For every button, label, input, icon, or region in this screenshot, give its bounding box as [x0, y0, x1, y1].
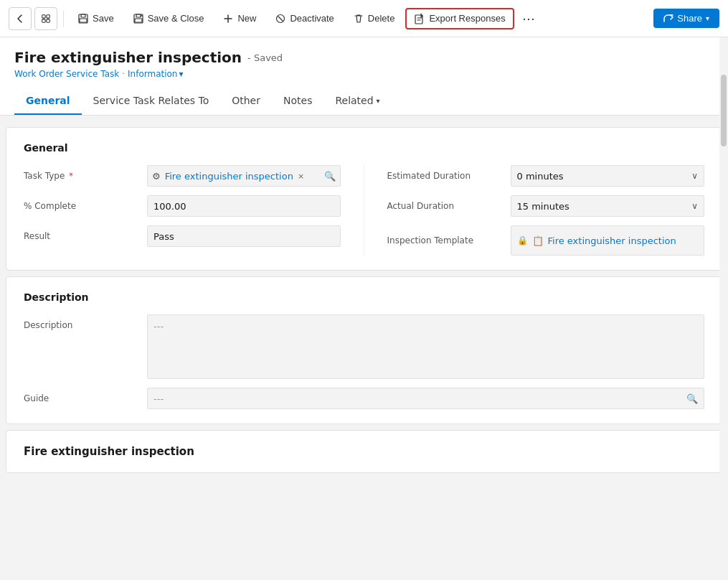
guide-row: Guide --- 🔍	[24, 388, 704, 409]
window-icon	[41, 14, 51, 24]
description-row: Description ---	[24, 314, 704, 379]
inspection-template-link[interactable]: Fire extinguisher inspection	[548, 230, 699, 251]
tab-related-label: Related	[335, 95, 373, 106]
description-section: Description Description --- Guide --- 🔍	[6, 276, 722, 424]
description-section-title: Description	[24, 291, 704, 303]
toolbar: Save Save & Close New Deactivate Delete	[0, 0, 728, 37]
actual-duration-value: 15 minutes	[517, 201, 569, 212]
estimated-duration-chevron: ∨	[691, 171, 698, 181]
save-close-button[interactable]: Save & Close	[125, 9, 212, 29]
new-label: New	[237, 13, 256, 24]
export-responses-button[interactable]: Export Responses	[405, 8, 514, 29]
divider-1	[63, 10, 64, 27]
tab-notes[interactable]: Notes	[272, 88, 323, 115]
deactivate-button[interactable]: Deactivate	[267, 9, 341, 29]
task-type-row: Task Type * ⚙ Fire extinguisher inspecti…	[24, 165, 341, 187]
guide-value: ---	[153, 393, 164, 404]
more-options-button[interactable]: ⋯	[517, 7, 540, 30]
svg-rect-6	[80, 19, 87, 22]
svg-rect-5	[81, 14, 85, 17]
header-card: Fire extinguisher inspection - Saved Wor…	[0, 37, 728, 116]
deactivate-label: Deactivate	[290, 13, 334, 24]
percent-complete-value[interactable]: 100.00	[147, 195, 341, 217]
more-icon: ⋯	[522, 11, 535, 27]
general-section-title: General	[24, 142, 704, 154]
svg-rect-0	[42, 14, 45, 17]
share-label: Share	[677, 13, 702, 24]
record-title-row: Fire extinguisher inspection - Saved	[14, 49, 714, 66]
guide-search-icon[interactable]: 🔍	[686, 393, 698, 404]
tab-general[interactable]: General	[14, 88, 82, 115]
actual-duration-label: Actual Duration	[387, 201, 502, 211]
description-input-container: ---	[147, 314, 704, 379]
breadcrumb-workorder[interactable]: Work Order Service Task	[14, 69, 119, 79]
guide-input[interactable]: --- 🔍	[147, 388, 704, 409]
main-content: Fire extinguisher inspection - Saved Wor…	[0, 37, 728, 479]
actual-duration-row: Actual Duration 15 minutes ∨	[387, 195, 705, 217]
svg-rect-1	[47, 14, 49, 17]
description-placeholder: ---	[153, 321, 164, 332]
description-input[interactable]: ---	[147, 314, 704, 379]
result-label: Result	[24, 231, 138, 241]
back-icon	[14, 13, 26, 24]
share-dropdown-icon: ▾	[706, 14, 709, 22]
new-icon	[222, 13, 234, 24]
inspection-template-icon: 📋	[532, 235, 544, 246]
breadcrumb-dropdown-icon: ▾	[179, 69, 183, 79]
estimated-duration-value: 0 minutes	[517, 171, 564, 182]
actual-duration-chevron: ∨	[691, 201, 698, 211]
save-label: Save	[93, 13, 114, 24]
estimated-duration-row: Estimated Duration 0 minutes ∨	[387, 165, 705, 187]
export-responses-label: Export Responses	[429, 13, 505, 24]
delete-button[interactable]: Delete	[345, 9, 403, 29]
task-type-tag[interactable]: Fire extinguisher inspection	[165, 171, 293, 182]
task-type-icon: ⚙	[152, 171, 161, 182]
save-icon	[77, 13, 89, 24]
tab-other-label: Other	[232, 95, 260, 106]
record-title: Fire extinguisher inspection	[14, 49, 242, 66]
inspection-template-field: 🔒 📋 Fire extinguisher inspection	[511, 225, 705, 256]
scrollbar-thumb[interactable]	[721, 121, 727, 146]
breadcrumb-information[interactable]: Information ▾	[128, 69, 184, 79]
inspection-template-row: Inspection Template 🔒 📋 Fire extinguishe…	[387, 225, 705, 256]
save-button[interactable]: Save	[70, 9, 122, 29]
new-button[interactable]: New	[214, 9, 264, 29]
svg-rect-8	[136, 14, 141, 17]
description-label: Description	[24, 314, 138, 330]
estimated-duration-dropdown[interactable]: 0 minutes ∨	[511, 165, 705, 187]
tab-other[interactable]: Other	[220, 88, 272, 115]
save-close-icon	[133, 13, 144, 24]
tab-bar: General Service Task Relates To Other No…	[14, 88, 714, 115]
tab-related[interactable]: Related ▾	[323, 88, 391, 115]
task-type-required: *	[69, 171, 73, 181]
window-button[interactable]	[34, 7, 57, 30]
breadcrumb-part2-label: Information	[128, 69, 177, 79]
general-form-grid: Task Type * ⚙ Fire extinguisher inspecti…	[24, 165, 704, 256]
tab-service-task-relates-to[interactable]: Service Task Relates To	[82, 88, 221, 115]
svg-rect-2	[42, 19, 45, 22]
task-type-input[interactable]: ⚙ Fire extinguisher inspection × 🔍	[147, 165, 341, 187]
actual-duration-dropdown[interactable]: 15 minutes ∨	[511, 195, 705, 217]
general-left-col: Task Type * ⚙ Fire extinguisher inspecti…	[24, 165, 364, 256]
breadcrumb: Work Order Service Task · Information ▾	[14, 69, 714, 79]
saved-status: - Saved	[247, 52, 283, 63]
lock-icon: 🔒	[517, 235, 528, 245]
task-type-remove[interactable]: ×	[298, 172, 304, 181]
breadcrumb-separator: ·	[122, 69, 125, 79]
share-button[interactable]: Share ▾	[653, 9, 719, 28]
result-row: Result Pass	[24, 225, 341, 247]
result-value[interactable]: Pass	[147, 225, 341, 247]
svg-rect-9	[135, 19, 142, 22]
general-section: General Task Type * ⚙ Fire extinguisher	[6, 127, 722, 271]
task-type-search-icon[interactable]: 🔍	[324, 171, 336, 182]
back-button[interactable]	[9, 7, 32, 30]
task-type-label: Task Type *	[24, 171, 138, 181]
share-icon	[663, 14, 673, 24]
scrollbar-track	[719, 121, 728, 479]
scroll-area[interactable]: General Task Type * ⚙ Fire extinguisher	[0, 121, 728, 479]
percent-complete-label: % Complete	[24, 201, 138, 211]
delete-icon	[353, 13, 364, 24]
inspection-section-title: Fire extinguisher inspection	[24, 445, 704, 458]
general-right-col: Estimated Duration 0 minutes ∨ Actual Du…	[364, 165, 705, 256]
percent-complete-row: % Complete 100.00	[24, 195, 341, 217]
